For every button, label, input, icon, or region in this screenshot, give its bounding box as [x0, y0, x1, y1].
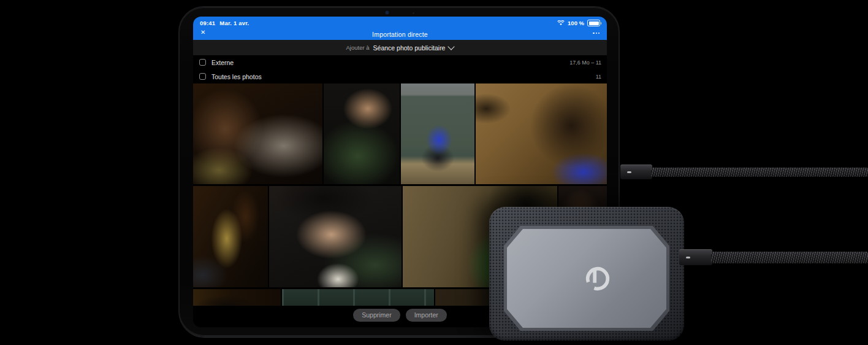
album-selector[interactable]: Séance photo publicitaire — [373, 44, 446, 52]
status-time: 09:41 — [200, 20, 215, 26]
drive-plate-bezel — [504, 226, 669, 331]
braided-cable — [651, 168, 868, 177]
battery-percent: 100 % — [568, 20, 584, 26]
cable-brand-mark — [686, 257, 690, 258]
ambient-sensor-icon — [413, 12, 414, 14]
more-options-button[interactable] — [593, 33, 600, 34]
cable-brand-mark — [627, 171, 631, 173]
app-header: ✕ Importation directe — [193, 28, 607, 40]
usb-connector-ipad — [620, 165, 652, 179]
front-camera-icon — [386, 11, 389, 14]
wifi-icon — [557, 20, 565, 26]
delete-button[interactable]: Supprimer — [353, 309, 400, 322]
add-to-bar: Ajouter à Séance photo publicitaire — [193, 40, 607, 55]
status-bar: 09:41 Mar. 1 avr. 100 % — [193, 17, 607, 28]
battery-icon — [587, 20, 600, 26]
photo-thumbnail-r2c2[interactable] — [269, 186, 402, 287]
scene: 09:41 Mar. 1 avr. 100 % ✕ Importation di… — [0, 0, 868, 345]
photo-thumbnail-r3c2[interactable] — [282, 289, 434, 306]
album-meta: 11 — [596, 74, 601, 80]
page-title: Importation directe — [193, 31, 607, 38]
album-label: Externe — [211, 59, 569, 66]
photo-thumbnail-r1c4[interactable] — [476, 83, 607, 184]
import-button[interactable]: Importer — [406, 309, 447, 322]
add-to-label: Ajouter à — [346, 44, 370, 51]
checkbox[interactable] — [199, 73, 206, 80]
close-button[interactable]: ✕ — [200, 29, 205, 36]
photo-thumbnail-r1c1[interactable] — [193, 83, 322, 184]
album-label: Toutes les photos — [211, 73, 596, 80]
photo-thumbnail-r2c1[interactable] — [193, 186, 268, 287]
checkbox[interactable] — [199, 59, 206, 66]
photo-thumbnail-r1c3[interactable] — [401, 83, 474, 184]
braided-cable — [711, 252, 868, 263]
g-technology-logo-icon — [584, 265, 612, 293]
photo-thumbnail-r1c2[interactable] — [324, 83, 400, 184]
album-meta: 17,6 Mo – 11 — [569, 60, 601, 66]
external-ssd-drive — [489, 207, 684, 341]
drive-metal-plate — [507, 229, 666, 328]
photo-thumbnail-r3c1[interactable] — [193, 289, 281, 306]
usb-connector-drive — [679, 249, 712, 265]
album-list: Externe 17,6 Mo – 11 Toutes les photos 1… — [193, 55, 607, 83]
album-row-externe: Externe 17,6 Mo – 11 — [193, 55, 607, 69]
chevron-down-icon[interactable] — [448, 43, 455, 50]
status-date: Mar. 1 avr. — [219, 20, 249, 26]
album-row-toutes-les-photos: Toutes les photos 11 — [193, 69, 607, 83]
